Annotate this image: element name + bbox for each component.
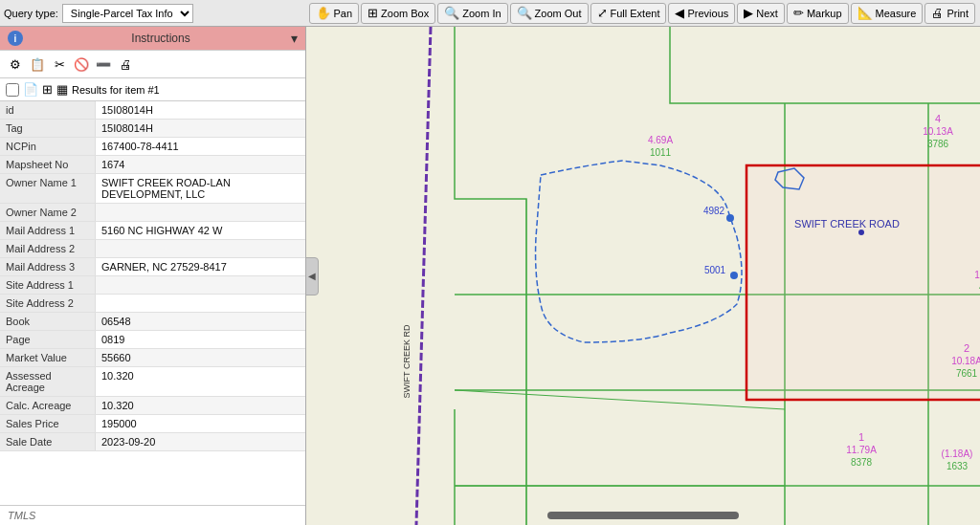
field-value [96, 204, 305, 221]
query-type-label: Query type: [4, 8, 58, 19]
svg-text:5001: 5001 [704, 265, 726, 275]
copy-icon-btn[interactable]: 📋 [28, 55, 47, 74]
zoom-out-icon: 🔍 [517, 6, 532, 20]
measure-button[interactable]: 📐Measure [851, 3, 924, 24]
table-row: Owner Name 1SWIFT CREEK ROAD-LAN DEVELOP… [0, 174, 305, 204]
field-label: Owner Name 2 [0, 204, 96, 221]
field-label: Calc. Acreage [0, 397, 96, 414]
full-extent-icon: ⤢ [597, 6, 608, 20]
field-label: Sales Price [0, 415, 96, 432]
instructions-arrow-icon[interactable]: ▾ [291, 31, 298, 46]
field-label: id [0, 101, 96, 119]
svg-text:1633: 1633 [947, 461, 969, 471]
field-label: Tag [0, 120, 96, 137]
cut-icon-btn[interactable]: ✂ [50, 55, 69, 74]
table-row: Assessed Acreage10.320 [0, 367, 305, 397]
map-area[interactable]: ◀ SWIFT CREEK RD [306, 27, 980, 525]
field-value [96, 276, 305, 294]
tmls-footer: TMLS [0, 505, 305, 525]
pan-button[interactable]: ✋Pan [309, 3, 360, 24]
instructions-label: Instructions [31, 32, 291, 45]
svg-text:SWIFT CREEK RD: SWIFT CREEK RD [402, 324, 412, 398]
next-icon: ▶ [744, 6, 753, 20]
field-value: 0819 [96, 331, 305, 348]
zoom-box-button[interactable]: ⊞Zoom Box [361, 3, 435, 24]
svg-text:4: 4 [935, 113, 941, 124]
field-value: 10.320 [96, 397, 305, 414]
collapse-panel-handle[interactable]: ◀ [306, 257, 319, 295]
field-label: Mapsheet No [0, 156, 96, 173]
field-value: 55660 [96, 349, 305, 366]
results-list-icon: 📄 [23, 82, 38, 97]
svg-text:11.79A: 11.79A [846, 445, 877, 455]
table-row: Site Address 1 [0, 276, 305, 295]
svg-marker-3 [746, 165, 980, 400]
field-label: NCPin [0, 138, 96, 155]
svg-text:1011: 1011 [650, 147, 672, 158]
field-value [96, 295, 305, 312]
previous-button[interactable]: ◀Previous [668, 3, 735, 24]
table-row: Mail Address 2 [0, 240, 305, 258]
next-button[interactable]: ▶Next [737, 3, 785, 24]
svg-text:SWIFT CREEK ROAD: SWIFT CREEK ROAD [794, 218, 900, 230]
left-panel: i Instructions ▾ ⚙ 📋 ✂ 🚫 ➖ 🖨 📄 ⊞ ▦ Resul… [0, 27, 306, 525]
zoom-in-icon: 🔍 [444, 6, 459, 20]
full-extent-button[interactable]: ⤢Full Extent [590, 3, 667, 24]
zoom-in-button[interactable]: 🔍Zoom In [437, 3, 507, 24]
measure-icon: 📐 [858, 6, 873, 20]
print-button[interactable]: 🖨Print [924, 3, 975, 24]
svg-text:10.32A: 10.32A [974, 270, 980, 280]
field-label: Book [0, 313, 96, 330]
previous-icon: ◀ [675, 6, 684, 20]
field-value: 15I08014H [96, 101, 305, 119]
field-label: Owner Name 1 [0, 174, 96, 203]
svg-text:(1.18A): (1.18A) [942, 448, 973, 459]
settings-icon-btn[interactable]: ⚙ [6, 55, 25, 74]
zoom-box-icon: ⊞ [368, 6, 378, 20]
table-row: Sale Date2023-09-20 [0, 433, 305, 451]
field-label: Site Address 2 [0, 295, 96, 312]
field-value: GARNER, NC 27529-8417 [96, 258, 305, 275]
results-header: 📄 ⊞ ▦ Results for item #1 [0, 78, 305, 101]
data-table: id15I08014HTag15I08014HNCPin167400-78-44… [0, 101, 305, 505]
svg-text:1: 1 [858, 431, 864, 443]
svg-point-6 [730, 272, 738, 279]
instructions-bar: i Instructions ▾ [0, 27, 305, 51]
info-icon: i [8, 31, 23, 46]
table-row: id15I08014H [0, 101, 305, 120]
results-checkbox[interactable] [6, 83, 19, 97]
query-type-select[interactable]: Single-Parcel Tax Info [62, 4, 193, 23]
field-value: 195000 [96, 415, 305, 432]
map-scrollbar[interactable] [547, 512, 739, 519]
results-grid-icon: ⊞ [42, 82, 53, 97]
svg-point-11 [858, 230, 864, 235]
svg-text:10.18A: 10.18A [951, 356, 980, 366]
table-row: Book06548 [0, 313, 305, 331]
pan-icon: ✋ [316, 6, 331, 20]
field-value: 06548 [96, 313, 305, 330]
field-label: Market Value [0, 349, 96, 366]
svg-text:3786: 3786 [927, 139, 949, 149]
field-label: Mail Address 1 [0, 222, 96, 239]
minus-icon-btn[interactable]: ➖ [94, 55, 113, 74]
field-label: Site Address 1 [0, 276, 96, 294]
markup-button[interactable]: ✏Markup [787, 3, 849, 24]
field-value: 1674 [96, 156, 305, 173]
table-row: Owner Name 2 [0, 204, 305, 222]
zoom-out-button[interactable]: 🔍Zoom Out [510, 3, 589, 24]
map-svg: SWIFT CREEK RD [306, 27, 980, 525]
svg-text:10.13A: 10.13A [923, 126, 953, 137]
field-value: 15I08014H [96, 120, 305, 137]
field-label: Mail Address 3 [0, 258, 96, 275]
field-value: 167400-78-4411 [96, 138, 305, 155]
print-icon: 🖨 [931, 6, 944, 20]
table-row: Mail Address 15160 NC HIGHWAY 42 W [0, 222, 305, 240]
table-row: Mapsheet No1674 [0, 156, 305, 174]
field-value [96, 240, 305, 257]
icons-row: ⚙ 📋 ✂ 🚫 ➖ 🖨 [0, 51, 305, 78]
cancel-icon-btn[interactable]: 🚫 [72, 55, 91, 74]
table-row: NCPin167400-78-4411 [0, 138, 305, 156]
field-label: Assessed Acreage [0, 367, 96, 396]
svg-point-5 [726, 214, 734, 222]
print-small-icon-btn[interactable]: 🖨 [116, 55, 135, 74]
